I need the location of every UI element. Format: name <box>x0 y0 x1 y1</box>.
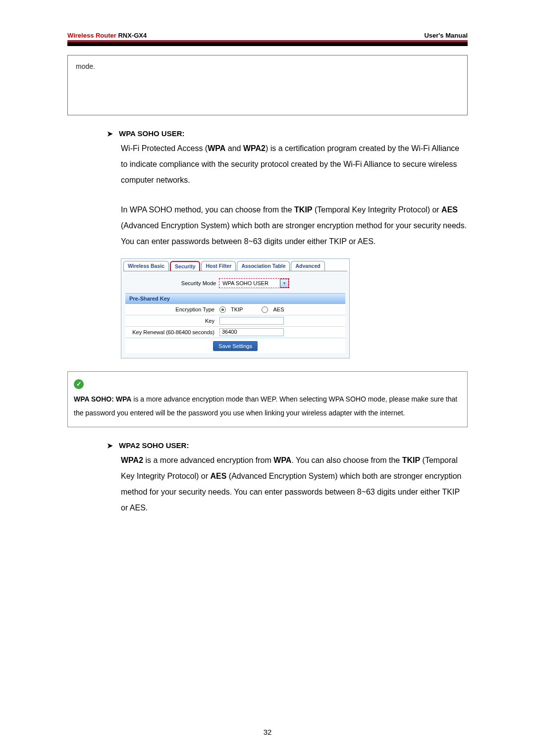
tab-strip: Wireless Basic Security Host Filter Asso… <box>121 259 349 271</box>
router-ui-screenshot: Wireless Basic Security Host Filter Asso… <box>121 258 350 358</box>
section-body-1: Wi-Fi Protected Access (WPA and WPA2) is… <box>121 141 468 188</box>
tab-association-table[interactable]: Association Table <box>237 261 290 271</box>
row-key: Key <box>125 315 345 327</box>
section-title: WPA SOHO USER: <box>119 129 185 138</box>
tip-text: WPA SOHO: WPA is a more advance encrypti… <box>74 392 461 420</box>
encryption-type-label: Encryption Type <box>125 306 217 312</box>
radio-tkip-label: TKIP <box>231 306 243 312</box>
header-left: Wireless Router RNX-GX4 <box>67 32 147 39</box>
key-renewal-label: Key Renewal (60-86400 seconds) <box>125 329 217 335</box>
brand-name: Wireless Router <box>67 32 116 39</box>
section-title: WPA2 SOHO USER: <box>119 441 189 450</box>
section-wpa-soho: ➤ WPA SOHO USER: Wi-Fi Protected Access … <box>107 129 468 358</box>
row-encryption-type: Encryption Type TKIP AES <box>125 304 345 315</box>
radio-tkip[interactable] <box>219 306 226 313</box>
arrow-right-icon: ➤ <box>107 442 113 449</box>
key-input[interactable] <box>219 317 284 325</box>
tab-wireless-basic[interactable]: Wireless Basic <box>123 261 169 271</box>
key-renewal-input[interactable]: 36400 <box>219 328 284 336</box>
radio-aes-label: AES <box>273 306 284 312</box>
tip-box: ✓ WPA SOHO: WPA is a more advance encryp… <box>67 371 468 427</box>
arrow-right-icon: ➤ <box>107 130 113 137</box>
model-name: RNX-GX4 <box>118 32 147 39</box>
page-number: 32 <box>0 728 535 736</box>
security-mode-select[interactable]: WPA SOHO USER ▾ <box>219 278 289 288</box>
tab-advanced[interactable]: Advanced <box>291 261 324 271</box>
save-settings-button[interactable]: Save Settings <box>213 341 258 351</box>
chevron-down-icon[interactable]: ▾ <box>280 279 289 288</box>
check-icon: ✓ <box>74 379 84 389</box>
header-right: User's Manual <box>424 32 468 39</box>
security-mode-value: WPA SOHO USER <box>219 280 280 286</box>
tab-host-filter[interactable]: Host Filter <box>201 261 236 271</box>
key-label: Key <box>125 318 217 324</box>
section-wpa2-soho: ➤ WPA2 SOHO USER: WPA2 is a more advance… <box>107 441 468 516</box>
security-mode-label: Security Mode <box>181 280 216 286</box>
tab-security[interactable]: Security <box>170 261 200 271</box>
continuation-text: mode. <box>76 62 95 70</box>
psk-header: Pre-Shared Key <box>125 293 345 304</box>
radio-aes[interactable] <box>262 306 268 313</box>
section-body-2: In WPA SOHO method, you can choose from … <box>121 202 468 250</box>
row-key-renewal: Key Renewal (60-86400 seconds) 36400 <box>125 327 345 338</box>
header-rule-black <box>67 42 468 46</box>
security-mode-row: Security Mode WPA SOHO USER ▾ <box>125 276 345 293</box>
section-body: WPA2 is a more advanced encryption from … <box>121 453 468 516</box>
continuation-box: mode. <box>67 55 468 115</box>
page-header: Wireless Router RNX-GX4 User's Manual <box>67 32 468 40</box>
